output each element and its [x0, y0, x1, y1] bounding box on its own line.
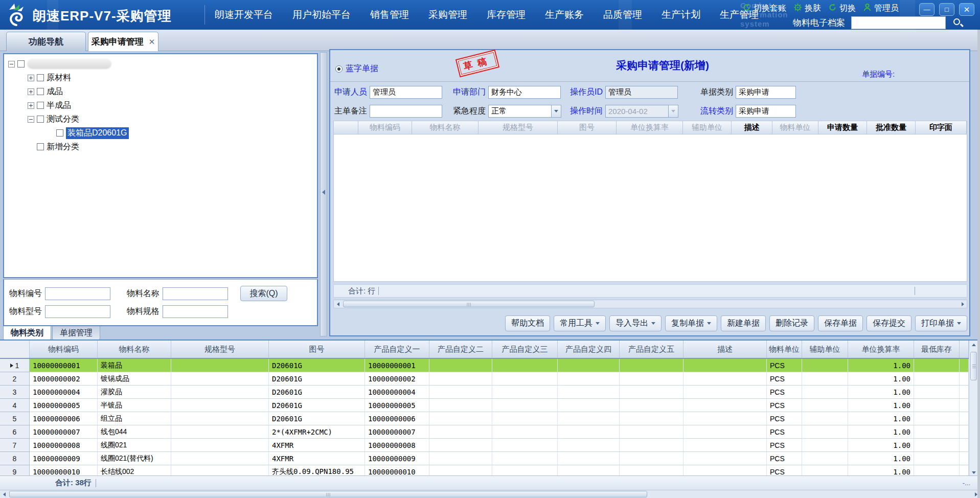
table-row[interactable]: 910000000010长结线002齐头线0.09.QPN180.9510000…	[0, 465, 969, 476]
保存单据-button[interactable]: 保存单据	[818, 315, 863, 331]
删除记录-button[interactable]: 删除记录	[769, 315, 814, 331]
tree-checkbox[interactable]	[37, 74, 44, 81]
maximize-button[interactable]: □	[939, 3, 954, 16]
tree-checkbox[interactable]	[56, 129, 63, 137]
table-row[interactable]: 510000000006组立品D20601G10000000006PCS1.00	[0, 412, 969, 425]
复制单据-button[interactable]: 复制单据	[665, 315, 717, 331]
tree-node-半成品[interactable]: 半成品	[28, 100, 71, 111]
tree-expand-icon[interactable]	[28, 88, 34, 95]
close-button[interactable]: ✕	[959, 3, 974, 16]
column-header-图号[interactable]: 图号	[269, 341, 365, 358]
detail-col-辅助单位[interactable]: 辅助单位	[683, 121, 732, 134]
row-selector-cell[interactable]: 6	[0, 425, 30, 439]
column-header-辅助单位[interactable]: 辅助单位	[802, 341, 848, 358]
帮助文档-button[interactable]: 帮助文档	[505, 315, 550, 331]
row-selector-cell[interactable]: 2	[0, 372, 30, 386]
scroll-right-icon[interactable]	[959, 300, 967, 308]
detail-horizontal-scrollbar[interactable]	[333, 300, 967, 308]
scrollbar-thumb[interactable]	[970, 352, 977, 380]
left-tab-单据管理[interactable]: 单据管理	[52, 326, 100, 341]
table-row[interactable]: 810000000009线圈021(替代料)4XFMR10000000009PC…	[0, 452, 969, 465]
detail-col-规格型号[interactable]: 规格型号	[478, 121, 558, 134]
top-menu-item-朗速开发平台[interactable]: 朗速开发平台	[215, 8, 273, 21]
table-row[interactable]: 610000000007线包0442*(4XFMR+2CMC)100000000…	[0, 425, 969, 439]
column-header-物料名称[interactable]: 物料名称	[98, 341, 171, 358]
新建单据-button[interactable]: 新建单据	[721, 315, 766, 331]
申请人员-input[interactable]	[370, 86, 442, 99]
grid-horizontal-scrollbar[interactable]	[0, 490, 980, 498]
row-selector-cell[interactable]: 8	[0, 452, 30, 465]
table-row[interactable]: 110000000001装箱品D20601G10000000001PCS1.00	[0, 359, 969, 372]
column-header-规格型号[interactable]: 规格型号	[171, 341, 269, 358]
tab-close-icon[interactable]: ✕	[149, 37, 155, 47]
主单备注-input[interactable]	[370, 105, 442, 118]
tree-node-装箱品D20601G[interactable]: 装箱品D20601G	[47, 127, 129, 139]
打印单据-button[interactable]: 打印单据	[915, 315, 967, 331]
tree-checkbox[interactable]	[37, 116, 44, 123]
dropdown-button[interactable]	[552, 105, 561, 118]
top-menu-item-采购管理[interactable]: 采购管理	[428, 8, 467, 21]
tree-checkbox[interactable]	[37, 143, 44, 150]
tree-checkbox[interactable]	[37, 102, 44, 109]
tree-checkbox[interactable]	[37, 88, 44, 95]
tree-node-原材料[interactable]: 原材料	[28, 72, 71, 83]
导入导出-button[interactable]: 导入导出	[609, 315, 662, 331]
column-header-产品自定义二[interactable]: 产品自定义二	[429, 341, 492, 358]
table-row[interactable]: 210000000002镀锡成品D20601G10000000002PCS1.0…	[0, 372, 969, 386]
minimize-button[interactable]: —	[919, 3, 935, 16]
grid-vertical-scrollbar[interactable]	[969, 341, 977, 476]
scroll-left-icon[interactable]	[334, 300, 342, 308]
material-code-input[interactable]	[45, 287, 110, 300]
top-menu-item-销售管理[interactable]: 销售管理	[370, 8, 409, 21]
tree-expand-icon[interactable]	[28, 102, 34, 109]
detail-col-描述[interactable]: 描述	[732, 121, 772, 134]
quick-action-换肤[interactable]: 换肤	[793, 3, 821, 14]
quick-action-管理员[interactable]: 管理员	[863, 3, 899, 14]
保存提交-button[interactable]: 保存提交	[867, 315, 911, 331]
常用工具-button[interactable]: 常用工具	[554, 315, 606, 331]
scroll-up-icon[interactable]	[969, 341, 977, 349]
quick-action-切换套账[interactable]: 切换套账	[742, 3, 786, 14]
blue-doc-radio[interactable]: 蓝字单据	[335, 63, 378, 74]
detail-col-物料名称[interactable]: 物料名称	[412, 121, 478, 134]
top-menu-item-库存管理[interactable]: 库存管理	[487, 8, 526, 21]
detail-col-物料单位[interactable]: 物料单位	[772, 121, 818, 134]
left-tab-物料类别[interactable]: 物料类别	[3, 326, 51, 341]
table-row[interactable]: 310000000004灌胶品D20601G10000000004PCS1.00	[0, 386, 969, 399]
column-header-物料单位[interactable]: 物料单位	[767, 341, 802, 358]
column-header-最低库存[interactable]: 最低库存	[914, 341, 960, 358]
tree-checkbox[interactable]	[17, 60, 25, 67]
top-menu-item-生产账务[interactable]: 生产账务	[545, 8, 584, 21]
search-button[interactable]: 搜索(Q)	[240, 286, 287, 301]
tab-采购申请管理[interactable]: 采购申请管理✕	[88, 32, 158, 51]
detail-col-单位换算率[interactable]: 单位换算率	[617, 121, 683, 134]
detail-col-印字面[interactable]: 印字面	[916, 121, 967, 134]
tree-node-测试分类[interactable]: 测试分类	[28, 114, 79, 125]
row-selector-cell[interactable]: 7	[0, 439, 30, 452]
单据类别-input[interactable]	[736, 86, 796, 99]
material-name-input[interactable]	[163, 287, 228, 300]
column-header-描述[interactable]: 描述	[683, 341, 767, 358]
top-menu-item-品质管理[interactable]: 品质管理	[603, 8, 642, 21]
column-header-产品自定义四[interactable]: 产品自定义四	[558, 341, 620, 358]
material-model-input[interactable]	[45, 305, 110, 318]
table-row[interactable]: 710000000008线圈0214XFMR10000000008PCS1.00	[0, 439, 969, 452]
scroll-left-icon[interactable]	[0, 490, 8, 498]
tree-root-node[interactable]	[8, 58, 111, 70]
row-selector-cell[interactable]: 4	[0, 399, 30, 412]
quick-action-切换[interactable]: 切换	[828, 3, 856, 14]
scrollbar-thumb[interactable]	[9, 491, 647, 497]
search-icon[interactable]	[953, 18, 963, 28]
column-header-物料编码[interactable]: 物料编码	[30, 341, 98, 358]
流转类别-input[interactable]	[736, 105, 796, 118]
tree-collapse-icon[interactable]	[8, 61, 15, 67]
tree-node-新增分类[interactable]: 新增分类	[28, 141, 79, 152]
column-header-产品自定义一[interactable]: 产品自定义一	[365, 341, 429, 358]
tab-功能导航[interactable]: 功能导航	[6, 32, 86, 51]
紧急程度-input[interactable]	[488, 105, 552, 118]
tree-collapse-icon[interactable]	[28, 116, 34, 123]
column-header-单位换算率[interactable]: 单位换算率	[848, 341, 914, 358]
column-header-产品自定义三[interactable]: 产品自定义三	[492, 341, 558, 358]
row-selector-cell[interactable]: 1	[0, 359, 30, 372]
scroll-down-icon[interactable]	[969, 468, 977, 476]
